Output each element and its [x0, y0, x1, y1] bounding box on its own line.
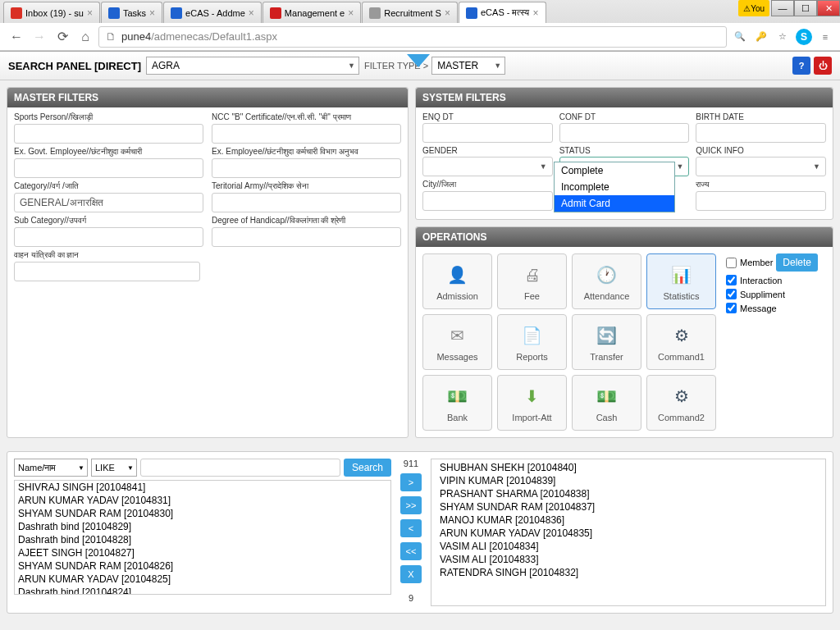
- browser-tab[interactable]: eCAS - Addme×: [163, 2, 262, 23]
- help-button[interactable]: ?: [792, 57, 810, 75]
- menu-icon[interactable]: ≡: [817, 29, 833, 45]
- status-option[interactable]: Admit Card: [555, 195, 674, 212]
- list-item[interactable]: ARUN KUMAR YADAV [20104835]: [436, 527, 820, 540]
- operator-select[interactable]: LIKE: [91, 459, 137, 477]
- tab-close-icon[interactable]: ×: [87, 7, 93, 19]
- list-item[interactable]: VIPIN KUMAR [20104839]: [436, 474, 820, 487]
- back-button[interactable]: ←: [7, 27, 26, 47]
- list-item[interactable]: SHYAM SUNDAR RAM [20104837]: [436, 500, 820, 514]
- close-window-button[interactable]: ✕: [817, 0, 840, 16]
- birth-input[interactable]: [696, 123, 826, 143]
- status-option[interactable]: Complete: [555, 162, 674, 179]
- operation-tile-bank[interactable]: 💵Bank: [422, 375, 492, 431]
- home-button[interactable]: ⌂: [75, 27, 95, 47]
- list-item[interactable]: Dashrath bind [20104828]: [15, 533, 390, 546]
- enq-input[interactable]: [422, 123, 553, 143]
- browser-tab[interactable]: eCAS - मत्स्य ×: [459, 2, 546, 23]
- operation-tile-reports[interactable]: 📄Reports: [497, 314, 567, 370]
- operation-tile-messages[interactable]: ✉Messages: [422, 314, 492, 370]
- minimize-button[interactable]: —: [771, 0, 794, 16]
- list-item[interactable]: SHUBHAN SHEKH [20104840]: [436, 461, 820, 474]
- exgovt-input[interactable]: [14, 158, 203, 178]
- list-item[interactable]: VASIM ALI [20104834]: [436, 540, 820, 553]
- move-button[interactable]: >: [400, 473, 422, 491]
- move-button[interactable]: X: [400, 565, 422, 583]
- browser-tab[interactable]: Management e×: [262, 2, 361, 23]
- territorial-input[interactable]: [212, 193, 401, 212]
- member-checkbox[interactable]: [726, 258, 737, 268]
- search-icon[interactable]: 🔍: [732, 29, 748, 45]
- list-item[interactable]: RATENDRA SINGH [20104832]: [436, 566, 820, 579]
- power-button[interactable]: ⏻: [814, 57, 832, 75]
- tab-close-icon[interactable]: ×: [533, 7, 539, 19]
- list-item[interactable]: ARUN KUMAR YADAV [20104831]: [15, 494, 390, 507]
- operation-tile-admission[interactable]: 👤Admission: [422, 253, 492, 309]
- handicap-input[interactable]: [212, 227, 401, 247]
- list-item[interactable]: Dashrath bind [20104824]: [15, 586, 390, 595]
- search-input[interactable]: [140, 459, 340, 477]
- city-label: City//जिला: [422, 180, 553, 189]
- conf-input[interactable]: [559, 123, 690, 143]
- tab-close-icon[interactable]: ×: [249, 7, 254, 19]
- location-select[interactable]: AGRA: [146, 57, 359, 75]
- list-item[interactable]: AJEET SINGH [20104827]: [15, 546, 390, 559]
- move-button[interactable]: <: [400, 519, 422, 537]
- tab-close-icon[interactable]: ×: [348, 7, 354, 19]
- subcat-input[interactable]: [14, 227, 203, 247]
- sports-input[interactable]: [14, 124, 203, 144]
- user-badge[interactable]: ⚠ You: [738, 0, 769, 16]
- field-select[interactable]: Name/नाम: [14, 459, 88, 477]
- browser-tab[interactable]: Recruitment S×: [362, 2, 458, 23]
- star-icon[interactable]: ☆: [774, 29, 791, 45]
- list-item[interactable]: SHYAM SUNDAR RAM [20104826]: [15, 559, 390, 573]
- vehicle-input[interactable]: [14, 262, 200, 281]
- right-listbox[interactable]: SHUBHAN SHEKH [20104840]VIPIN KUMAR [201…: [431, 459, 826, 606]
- operation-tile-command2[interactable]: ⚙Command2: [646, 375, 716, 431]
- operation-tile-command1[interactable]: ⚙Command1: [646, 314, 716, 370]
- status-option[interactable]: Incomplete: [555, 179, 674, 195]
- browser-tab[interactable]: Inbox (19) - su×: [3, 2, 100, 23]
- delete-button[interactable]: Delete: [776, 253, 818, 272]
- maximize-button[interactable]: ☐: [794, 0, 817, 16]
- list-item[interactable]: PRASHANT SHARMA [20104838]: [436, 487, 820, 500]
- message-checkbox[interactable]: [726, 303, 737, 313]
- quick-select[interactable]: [696, 157, 826, 176]
- filter-type-select[interactable]: MASTER: [431, 57, 505, 75]
- suppliment-checkbox[interactable]: [726, 289, 737, 299]
- skype-icon[interactable]: S: [796, 29, 812, 45]
- list-item[interactable]: MANOJ KUMAR [20104836]: [436, 514, 820, 527]
- state-input[interactable]: [696, 191, 826, 211]
- operation-icon: ✉: [445, 322, 471, 349]
- operation-tile-attendance[interactable]: 🕐Attendance: [572, 253, 641, 309]
- operation-tile-import-att[interactable]: ⬇Import-Att: [497, 375, 567, 431]
- url-bar[interactable]: 🗋 pune4/admenecas/Default1.aspx: [98, 26, 727, 48]
- category-input[interactable]: GENERAL/अनारक्षित: [14, 193, 203, 212]
- operation-tile-fee[interactable]: 🖨Fee: [497, 253, 567, 309]
- ncc-input[interactable]: [212, 124, 401, 144]
- list-item[interactable]: Dashrath bind [20104829]: [15, 520, 390, 533]
- list-item[interactable]: SHIVRAJ SINGH [20104841]: [15, 481, 390, 494]
- list-item[interactable]: SHYAM SUNDAR RAM [20104830]: [15, 507, 390, 520]
- browser-tab[interactable]: Tasks×: [101, 2, 162, 23]
- tab-close-icon[interactable]: ×: [149, 7, 155, 19]
- operation-tile-statistics[interactable]: 📊Statistics: [646, 253, 716, 309]
- operation-tile-cash[interactable]: 💵Cash: [572, 375, 641, 431]
- interaction-checkbox[interactable]: [726, 275, 737, 285]
- operation-label: Admission: [436, 291, 478, 301]
- move-button[interactable]: <<: [400, 542, 422, 560]
- operation-tile-transfer[interactable]: 🔄Transfer: [572, 314, 641, 370]
- key-icon[interactable]: 🔑: [753, 29, 769, 45]
- city-input[interactable]: [422, 191, 553, 211]
- forward-button[interactable]: →: [30, 27, 49, 47]
- tab-close-icon[interactable]: ×: [445, 7, 450, 19]
- list-item[interactable]: ARUN KUMAR YADAV [20104825]: [15, 573, 390, 586]
- search-button[interactable]: Search: [344, 459, 391, 477]
- list-item[interactable]: VASIM ALI [20104833]: [436, 553, 820, 566]
- gender-select[interactable]: [422, 157, 553, 176]
- left-listbox[interactable]: SHIVRAJ SINGH [20104841]ARUN KUMAR YADAV…: [14, 480, 391, 595]
- exemp-input[interactable]: [212, 158, 401, 178]
- operation-icon: ⚙: [669, 322, 695, 349]
- move-button[interactable]: >>: [400, 496, 422, 514]
- reload-button[interactable]: ⟳: [52, 27, 72, 47]
- status-dropdown[interactable]: CompleteIncompleteAdmit Card: [554, 162, 675, 212]
